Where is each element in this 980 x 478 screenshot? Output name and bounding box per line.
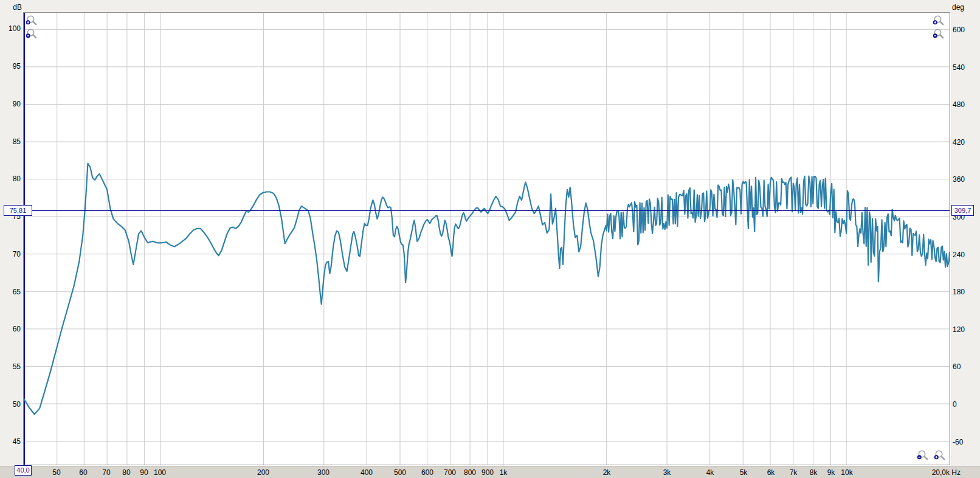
db-tick-label: 50 [0,401,21,408]
freq-zoom-in-magnifier-icon[interactable] [933,449,947,463]
freq-tick-label: 10k [826,468,868,477]
db-tick-label: 55 [0,363,21,370]
deg-tick-label: -60 [953,438,979,446]
deg-tick-label: 420 [953,139,979,146]
measurement-window: dB deg 1009590858075706560555045 6005404… [0,0,980,478]
plot-canvas[interactable] [24,13,950,465]
deg-zoom-out-magnifier-icon[interactable] [932,28,945,41]
deg-tick-label: 0 [953,401,979,408]
cursor-freq-readout[interactable]: 40,0 [15,465,32,476]
freq-tick-label: 200 [242,468,285,477]
gridlines [24,13,950,465]
frequency-response-curve [24,164,950,414]
deg-tick-label: 60 [953,363,979,370]
freq-tick-label: 300 [302,468,345,477]
db-tick-label: 95 [0,63,21,70]
db-tick-label: 60 [0,325,21,333]
deg-tick-label: 480 [953,101,979,108]
db-tick-label: 80 [0,175,21,182]
db-zoom-in-magnifier-icon[interactable] [25,15,38,28]
deg-tick-label: 120 [953,326,979,333]
deg-tick-label: 180 [953,288,979,296]
cursor-deg-readout[interactable]: 309,7 [951,205,974,216]
deg-axis-title: deg [952,3,964,12]
freq-tick-label: 100 [139,468,181,477]
cursor-db-readout[interactable]: 75,81 [4,205,32,216]
db-tick-label: 65 [0,288,21,296]
freq-tick-label: 3k [646,468,688,477]
deg-tick-label: 600 [953,26,979,33]
freq-tick-label: 20,0k Hz [918,468,961,477]
frequency-axis-band: 50607080901002003004005006007008009001k2… [0,466,980,478]
plot-area[interactable] [23,12,950,465]
freq-zoom-out-magnifier-icon[interactable] [916,449,930,463]
db-tick-label: 45 [0,438,21,445]
deg-zoom-in-magnifier-icon[interactable] [932,15,945,28]
deg-tick-label: 540 [953,64,979,71]
db-tick-label: 70 [0,251,21,258]
deg-tick-label: 360 [953,176,979,183]
freq-tick-label: 2k [585,468,628,477]
freq-tick-label: 1k [482,468,525,477]
deg-tick-label: 240 [953,251,979,258]
db-tick-label: 90 [0,100,21,108]
db-tick-label: 100 [0,25,21,32]
db-zoom-out-magnifier-icon[interactable] [25,28,38,41]
db-axis-title: dB [7,3,22,12]
db-tick-label: 85 [0,138,21,145]
